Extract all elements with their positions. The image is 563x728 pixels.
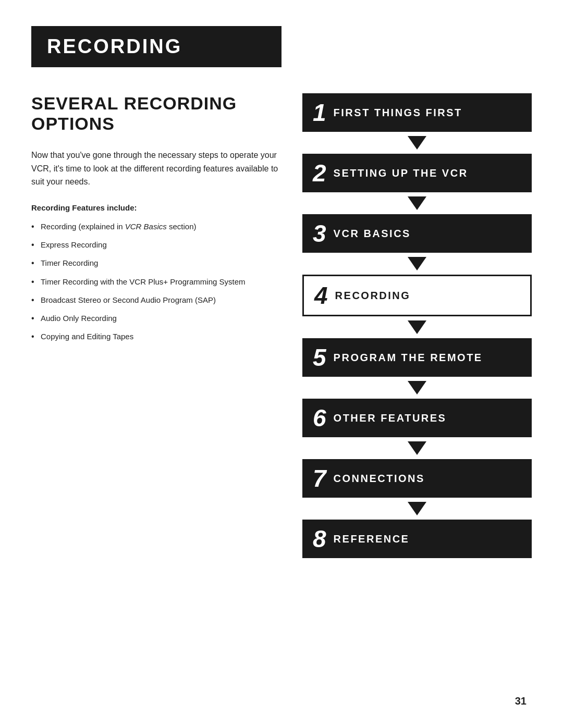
nav-label-4: RECORDING <box>335 290 411 302</box>
content-area: SEVERAL RECORDING OPTIONS Now that you'v… <box>31 93 532 558</box>
nav-arrow-3 <box>302 253 532 275</box>
nav-item-8[interactable]: 8 REFERENCE <box>302 520 532 558</box>
nav-number-4: 4 <box>314 283 328 307</box>
down-arrow-icon <box>408 502 426 515</box>
page-number: 31 <box>515 695 527 707</box>
nav-arrow-4 <box>302 316 532 338</box>
features-label: Recording Features include: <box>31 203 282 212</box>
header-bar: RECORDING <box>31 26 282 67</box>
list-item: Copying and Editing Tapes <box>31 330 282 342</box>
nav-label-7: CONNECTIONS <box>334 473 425 485</box>
nav-number-2: 2 <box>313 161 326 185</box>
down-arrow-icon <box>408 136 426 150</box>
nav-item-6[interactable]: 6 OTHER FEATURES <box>302 399 532 437</box>
nav-arrow-1 <box>302 132 532 154</box>
down-arrow-icon <box>408 441 426 455</box>
nav-item-1[interactable]: 1 FIRST THINGS FIRST <box>302 93 532 132</box>
list-item: Express Recording <box>31 239 282 251</box>
list-item: Audio Only Recording <box>31 312 282 324</box>
list-item: Timer Recording with the VCR Plus+ Progr… <box>31 276 282 288</box>
nav-number-5: 5 <box>313 346 326 369</box>
nav-item-3[interactable]: 3 VCR BASICS <box>302 214 532 253</box>
nav-label-6: OTHER FEATURES <box>334 412 447 424</box>
nav-label-1: FIRST THINGS FIRST <box>334 107 462 119</box>
nav-number-6: 6 <box>313 406 326 430</box>
nav-number-1: 1 <box>313 101 326 125</box>
nav-label-2: SETTING UP THE VCR <box>334 167 468 179</box>
list-item: Broadcast Stereo or Second Audio Program… <box>31 294 282 306</box>
section-title: SEVERAL RECORDING OPTIONS <box>31 93 282 134</box>
list-item: Recording (explained in VCR Basics secti… <box>31 220 282 232</box>
nav-item-7[interactable]: 7 CONNECTIONS <box>302 459 532 498</box>
nav-number-8: 8 <box>313 527 326 551</box>
nav-label-3: VCR BASICS <box>334 228 411 240</box>
nav-arrow-2 <box>302 192 532 214</box>
down-arrow-icon <box>408 381 426 394</box>
nav-arrow-6 <box>302 437 532 459</box>
nav-arrow-5 <box>302 377 532 399</box>
nav-number-7: 7 <box>313 466 326 490</box>
down-arrow-icon <box>408 196 426 210</box>
bullet-list: Recording (explained in VCR Basics secti… <box>31 220 282 343</box>
list-item: Timer Recording <box>31 257 282 269</box>
right-column: 1 FIRST THINGS FIRST 2 SETTING UP THE VC… <box>302 93 532 558</box>
nav-label-8: REFERENCE <box>334 533 410 545</box>
section-intro: Now that you've gone through the necessa… <box>31 149 282 189</box>
down-arrow-icon <box>408 257 426 270</box>
header-title: RECORDING <box>47 35 182 57</box>
nav-label-5: PROGRAM THE REMOTE <box>334 352 483 364</box>
nav-item-4[interactable]: 4 RECORDING <box>302 275 532 316</box>
left-column: SEVERAL RECORDING OPTIONS Now that you'v… <box>31 93 282 558</box>
nav-number-3: 3 <box>313 221 326 245</box>
nav-item-2[interactable]: 2 SETTING UP THE VCR <box>302 154 532 192</box>
nav-arrow-7 <box>302 498 532 520</box>
nav-item-5[interactable]: 5 PROGRAM THE REMOTE <box>302 338 532 377</box>
down-arrow-icon <box>408 320 426 334</box>
page-container: RECORDING SEVERAL RECORDING OPTIONS Now … <box>0 0 563 728</box>
